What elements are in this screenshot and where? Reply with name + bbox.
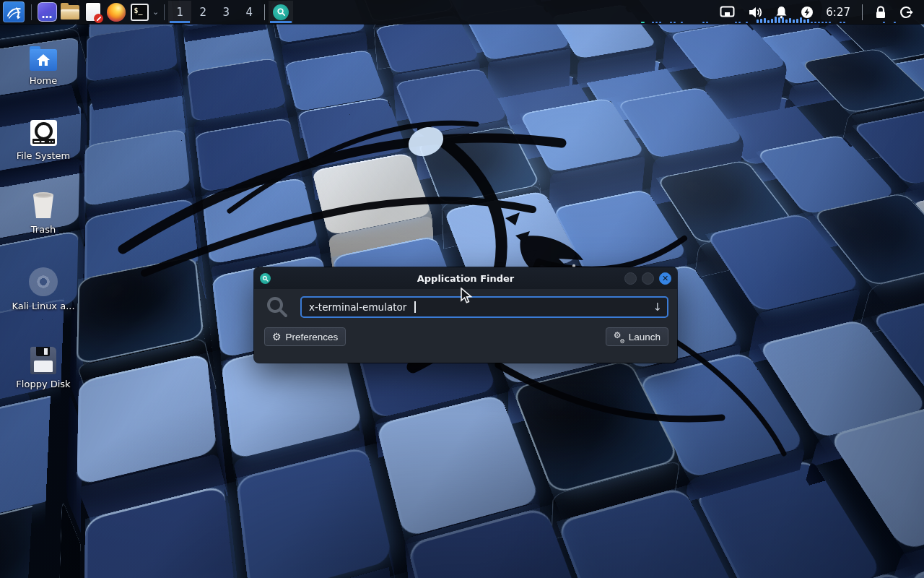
desktop-icon-label: Kali Linux a... [12,301,74,311]
cd-disc-icon [29,266,58,296]
taskbar-application-finder[interactable] [269,1,293,23]
panel-clock[interactable]: 6:27 [820,6,856,19]
desktop-icon-label: Floppy Disk [16,379,70,389]
desktop-icon-label: Home [30,75,57,86]
desktop-icon-label: Trash [31,224,56,235]
launcher-terminal-emulator[interactable]: $_ [128,1,151,23]
launch-button[interactable]: ⚙⚙ Launch [606,327,668,346]
dropdown-arrow-icon[interactable]: ↓ [653,301,662,314]
home-folder-icon [30,40,57,71]
panel-separator [862,4,863,20]
network-tray-icon[interactable] [713,1,741,23]
kali-logo-icon [5,4,22,21]
desktop-icon-label: File System [17,150,70,161]
launcher-file-manager[interactable] [58,1,82,23]
top-panel: $_ ⌄ 1 2 3 4 6:27 [0,0,924,24]
launcher-text-editor[interactable] [82,1,105,23]
application-finder-window: Application Finder ✕ ↓ ⚙ Preferences ⚙⚙ [254,267,677,363]
close-button[interactable]: ✕ [659,272,671,285]
panel-separator [31,4,32,20]
desktop-icon-trash[interactable]: Trash [4,189,83,235]
panel-separator [164,4,165,20]
close-icon: ✕ [662,275,668,282]
window-title: Application Finder [254,273,677,284]
lock-screen-button[interactable] [868,1,893,23]
house-glyph [36,53,51,66]
panel-separator [264,4,265,20]
search-input[interactable] [300,296,668,318]
workspace-1[interactable]: 1 [168,1,191,23]
launcher-terminal-app[interactable] [35,1,58,23]
gear-icon: ⚙ [272,332,282,342]
purple-terminal-icon [38,2,57,22]
notifications-bell-icon[interactable] [769,1,794,23]
desktop-icon-file-system[interactable]: File System [4,116,83,161]
preferences-button[interactable]: ⚙ Preferences [264,327,346,346]
search-icon [264,296,290,319]
window-titlebar[interactable]: Application Finder ✕ [254,267,677,289]
chevron-down-icon[interactable]: ⌄ [152,7,159,17]
launch-gears-icon: ⚙⚙ [614,332,624,342]
file-manager-icon [61,5,79,20]
logout-button[interactable] [893,1,920,23]
desktop-icon-floppy[interactable]: Floppy Disk [4,344,83,389]
workspace-4[interactable]: 4 [237,1,261,23]
maximize-button[interactable] [642,272,654,285]
text-caret [414,301,416,313]
firefox-icon [107,3,126,22]
trash-basket-icon [30,189,57,220]
floppy-disk-icon [30,344,56,374]
volume-tray-icon[interactable] [741,1,769,23]
workspace-2[interactable]: 2 [191,1,214,23]
terminal-icon: $_ [131,4,149,21]
hard-drive-icon [30,116,57,146]
app-finder-icon [273,4,289,20]
applications-menu-button[interactable] [3,1,25,22]
launcher-web-browser[interactable] [105,1,128,23]
power-manager-tray-icon[interactable] [794,1,820,23]
desktop-icon-home[interactable]: Home [4,40,83,86]
text-editor-icon [86,3,100,21]
desktop-icon-kali-cd[interactable]: Kali Linux a... [4,266,83,311]
minimize-button[interactable] [624,272,637,285]
workspace-3[interactable]: 3 [214,1,237,23]
